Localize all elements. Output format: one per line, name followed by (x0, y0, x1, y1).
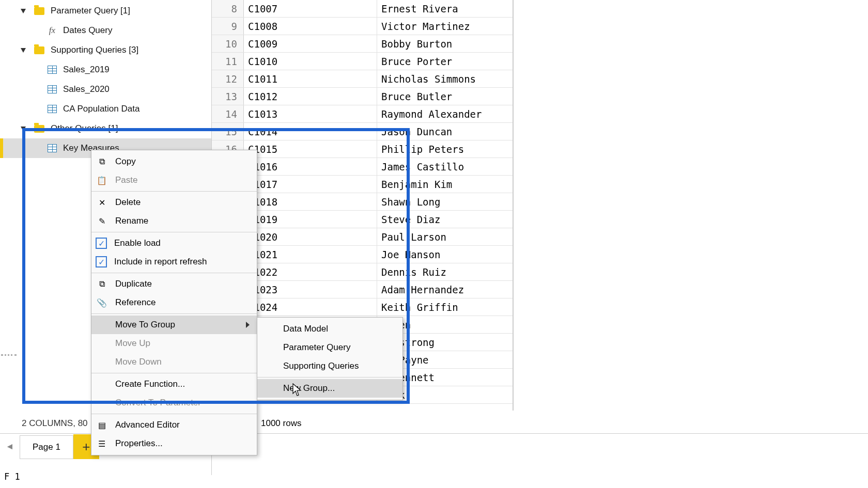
cell-id: C1023 (244, 281, 377, 298)
tree-item-ca-population[interactable]: CA Population Data (0, 99, 211, 119)
cell-name: Phillip Peters (377, 140, 513, 158)
menu-include-refresh[interactable]: ✓ Include in report refresh (91, 253, 257, 271)
cell-name: Joe Hanson (377, 246, 513, 263)
cell-name: Keith Griffin (377, 298, 513, 316)
blank-icon (96, 356, 108, 368)
tree-label: Dates Query (63, 25, 112, 36)
cell-name: Nicholas Simmons (377, 70, 513, 87)
right-pane (513, 0, 868, 411)
submenu-parameter-query[interactable]: Parameter Query (257, 338, 402, 357)
tree-label: Sales_2020 (63, 84, 110, 95)
menu-create-function[interactable]: Create Function... (91, 375, 257, 393)
table-row[interactable]: 11C1010Bruce Porter (212, 53, 513, 70)
tree-label: Sales_2019 (63, 65, 110, 75)
menu-rename[interactable]: ✎ Rename (91, 212, 257, 230)
cell-id: C1010 (244, 53, 377, 70)
checkbox-checked-icon: ✓ (96, 256, 107, 267)
table-row[interactable]: 12C1011Nicholas Simmons (212, 70, 513, 88)
table-row[interactable]: 9C1008Victor Martinez (212, 18, 513, 35)
row-number: 12 (212, 70, 244, 87)
cell-id: C1013 (244, 105, 377, 122)
copy-icon: ⧉ (96, 155, 108, 168)
tree-item-sales-2020[interactable]: Sales_2020 (0, 80, 211, 99)
tree-item-sales-2019[interactable]: Sales_2019 (0, 60, 211, 80)
tab-page-1[interactable]: Page 1 (20, 435, 73, 459)
menu-copy[interactable]: ⧉ Copy (91, 152, 257, 171)
row-number: 11 (212, 53, 244, 70)
editor-icon: ▤ (96, 419, 108, 431)
cell-name: Steve Diaz (377, 211, 513, 228)
caret-down-icon (21, 48, 26, 53)
menu-duplicate[interactable]: ⧉ Duplicate (91, 275, 257, 293)
menu-move-down: Move Down (91, 353, 257, 371)
cell-name: Victor Martinez (377, 18, 513, 35)
properties-icon: ☰ (96, 437, 108, 450)
reference-icon: 📎 (96, 296, 108, 309)
menu-separator (257, 377, 402, 377)
row-number: 13 (212, 88, 244, 105)
menu-separator (91, 313, 257, 314)
cell-id: C1024 (244, 298, 377, 316)
cell-id: C1019 (244, 211, 377, 228)
blank-icon (96, 397, 108, 409)
move-to-group-submenu: Data Model Parameter Query Supporting Qu… (257, 317, 403, 400)
tree-item-dates-query[interactable]: fx Dates Query (0, 21, 211, 40)
table-row[interactable]: 15C1014Jason Duncan (212, 123, 513, 140)
status-right: 1000 rows (261, 415, 301, 432)
cell-name: Bruce Porter (377, 53, 513, 70)
folder-icon (34, 125, 44, 133)
menu-separator (91, 414, 257, 414)
submenu-supporting-queries[interactable]: Supporting Queries (257, 357, 402, 375)
cell-id: C1021 (244, 246, 377, 263)
menu-reference[interactable]: 📎 Reference (91, 293, 257, 312)
cell-name: Jason Duncan (377, 123, 513, 140)
table-row[interactable]: 13C1012Bruce Butler (212, 88, 513, 105)
cell-id: C1015 (244, 140, 377, 158)
rename-icon: ✎ (96, 215, 108, 227)
panel-handle[interactable] (1, 354, 17, 356)
cell-name: Shawn Long (377, 193, 513, 210)
tab-prev-button[interactable]: ◄ (0, 434, 20, 459)
table-row[interactable]: 14C1013Raymond Alexander (212, 105, 513, 123)
submenu-new-group[interactable]: New Group... (257, 379, 402, 398)
menu-convert-parameter: Convert To Parameter (91, 393, 257, 412)
status-left: 2 COLUMNS, 80 (0, 415, 88, 432)
cell-name: Benjamin Kim (377, 176, 513, 193)
blank-icon (96, 319, 108, 331)
row-number: 14 (212, 105, 244, 122)
table-icon (48, 105, 57, 113)
context-menu: ⧉ Copy 📋 Paste ✕ Delete ✎ Rename ✓ Enabl… (91, 150, 257, 455)
table-row[interactable]: 10C1009Bobby Burton (212, 35, 513, 53)
table-icon (48, 66, 57, 74)
row-number: 8 (212, 0, 244, 17)
fx-icon: fx (48, 25, 57, 36)
duplicate-icon: ⧉ (96, 278, 108, 290)
menu-separator (91, 373, 257, 373)
tree-group-parameter-query[interactable]: Parameter Query [1] (0, 1, 211, 21)
checkbox-checked-icon: ✓ (96, 238, 107, 249)
paste-icon: 📋 (96, 174, 108, 186)
table-row[interactable]: 8C1007Ernest Rivera (212, 0, 513, 18)
row-number: 10 (212, 35, 244, 52)
table-icon (48, 144, 57, 152)
menu-move-to-group[interactable]: Move To Group (91, 316, 257, 334)
menu-advanced-editor[interactable]: ▤ Advanced Editor (91, 416, 257, 434)
blank-icon (96, 337, 108, 350)
tree-group-supporting-queries[interactable]: Supporting Queries [3] (0, 40, 211, 60)
cell-id: C1007 (244, 0, 377, 17)
table-icon (48, 85, 57, 93)
menu-delete[interactable]: ✕ Delete (91, 193, 257, 212)
submenu-data-model[interactable]: Data Model (257, 320, 402, 338)
chevron-right-icon (246, 322, 250, 328)
cell-id: C1020 (244, 228, 377, 245)
row-number: 9 (212, 18, 244, 35)
cell-id: C1008 (244, 18, 377, 35)
cell-name: Ernest Rivera (377, 0, 513, 17)
cell-id: C1017 (244, 176, 377, 193)
tree-group-other-queries[interactable]: Other Queries [1] (0, 119, 211, 138)
menu-properties[interactable]: ☰ Properties... (91, 434, 257, 453)
caret-down-icon (21, 127, 26, 131)
menu-move-up: Move Up (91, 334, 257, 353)
menu-enable-load[interactable]: ✓ Enable load (91, 234, 257, 253)
cell-id: C1016 (244, 158, 377, 175)
